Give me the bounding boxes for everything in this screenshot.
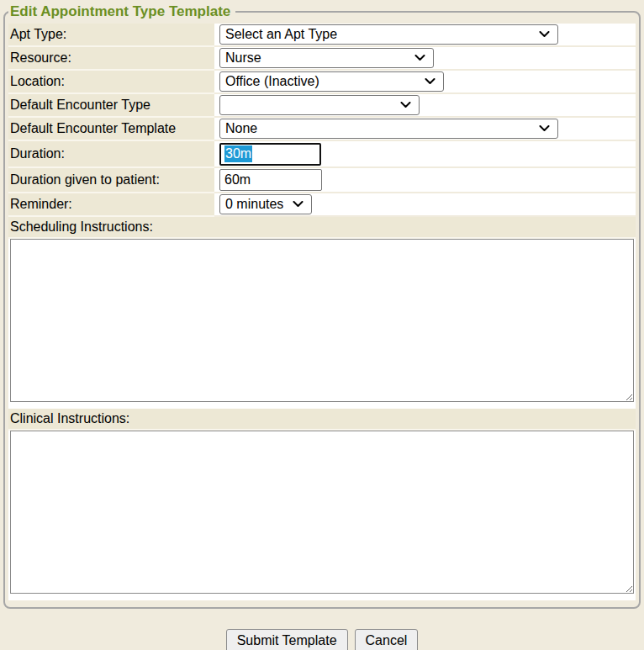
cancel-button[interactable]: Cancel [355,629,419,650]
chevron-down-icon [293,201,304,208]
location-label: Location: [8,71,214,94]
default-encounter-type-label: Default Encounter Type [8,94,214,118]
resource-selected-value: Nurse [225,50,261,66]
submit-template-button[interactable]: Submit Template [226,629,348,650]
form-row-duration-given-to-patient: Duration given to patient: [8,168,636,193]
location-select[interactable]: Office (Inactive) [219,71,444,92]
apt-type-select[interactable]: Select an Apt Type [219,24,558,45]
location-selected-value: Office (Inactive) [225,74,319,89]
form-row-reminder: Reminder: 0 minutes [8,193,636,217]
page-title: Edit Appointment Type Template [8,3,235,20]
duration-input[interactable]: 30m [219,143,321,166]
duration-given-to-patient-input[interactable] [219,169,322,191]
form-row-location: Location: Office (Inactive) [8,71,636,94]
default-encounter-template-selected-value: None [225,121,257,136]
resource-select[interactable]: Nurse [219,48,434,68]
chevron-down-icon [400,102,411,108]
chevron-down-icon [414,55,425,61]
reminder-label: Reminder: [8,193,214,217]
scheduling-instructions-row [8,239,636,409]
reminder-select[interactable]: 0 minutes [219,194,312,214]
clinical-instructions-row [8,431,636,600]
scheduling-instructions-label: Scheduling Instructions: [8,217,636,239]
default-encounter-template-label: Default Encounter Template [8,118,214,141]
resource-label: Resource: [8,47,214,71]
form-row-resource: Resource: Nurse [8,47,636,71]
apt-type-label: Apt Type: [8,24,214,47]
form-row-default-encounter-type: Default Encounter Type [8,94,636,118]
apt-type-selected-value: Select an Apt Type [225,27,337,42]
clinical-instructions-label: Clinical Instructions: [8,409,636,431]
clinical-instructions-textarea[interactable] [10,431,634,594]
form-row-duration: Duration: 30m [8,141,636,168]
duration-given-to-patient-label: Duration given to patient: [8,168,214,193]
scheduling-instructions-textarea[interactable] [10,239,634,402]
reminder-selected-value: 0 minutes [225,197,283,212]
edit-appointment-type-template-fieldset: Edit Appointment Type Template Apt Type:… [3,3,641,609]
form-actions: Submit Template Cancel [3,629,641,650]
duration-label: Duration: [8,141,214,168]
chevron-down-icon [539,125,550,132]
form-row-default-encounter-template: Default Encounter Template None [8,118,636,141]
form-row-apt-type: Apt Type: Select an Apt Type [8,24,636,47]
page: Edit Appointment Type Template Apt Type:… [0,0,644,650]
default-encounter-type-select[interactable] [219,95,420,115]
default-encounter-template-select[interactable]: None [219,119,558,139]
chevron-down-icon [425,78,435,85]
chevron-down-icon [539,31,550,38]
duration-selected-text: 30m [224,145,252,162]
